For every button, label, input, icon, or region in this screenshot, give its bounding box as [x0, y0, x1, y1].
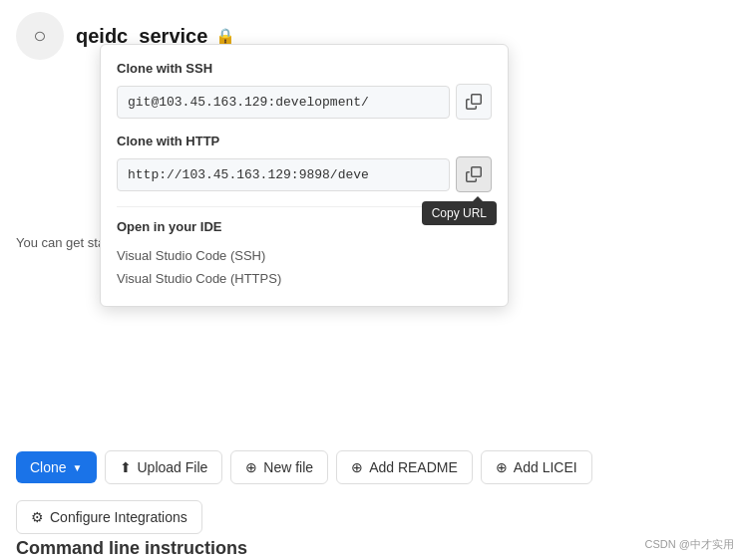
ide-vscode-ssh[interactable]: Visual Studio Code (SSH)	[117, 244, 492, 267]
gear-icon: ⚙	[31, 509, 44, 525]
clone-button[interactable]: Clone ▼	[16, 451, 97, 483]
upload-file-button[interactable]: ⬆ Upload File	[105, 450, 223, 484]
action-buttons-row1: Clone ▼ ⬆ Upload File ⊕ New file ⊕ Add R…	[16, 450, 592, 484]
upload-icon: ⬆	[120, 459, 132, 475]
add-license-button[interactable]: ⊕ Add LICEI	[481, 450, 592, 484]
upload-file-label: Upload File	[138, 459, 208, 475]
cmd-heading: Command line instructions	[16, 538, 247, 559]
add-readme-icon: ⊕	[351, 459, 363, 475]
new-file-icon: ⊕	[245, 459, 257, 475]
ide-label: Open in your IDE	[117, 219, 492, 234]
ssh-url-display: git@103.45.163.129:development/	[117, 86, 450, 119]
http-label: Clone with HTTP	[117, 134, 492, 148]
repo-avatar: ○	[16, 12, 64, 60]
ssh-input-row: git@103.45.163.129:development/	[117, 84, 492, 120]
http-url-display: http://103.45.163.129:9898/deve	[117, 158, 450, 191]
http-input-row: http://103.45.163.129:9898/deve Copy URL	[117, 156, 492, 192]
action-buttons-row2: ⚙ Configure Integrations	[16, 500, 202, 534]
ssh-label: Clone with SSH	[117, 61, 492, 76]
add-readme-button[interactable]: ⊕ Add README	[336, 450, 473, 484]
copy-http-button[interactable]: Copy URL	[456, 156, 492, 192]
copy-ssh-button[interactable]	[456, 84, 492, 120]
configure-label: Configure Integrations	[50, 509, 187, 525]
divider	[117, 206, 492, 207]
new-file-button[interactable]: ⊕ New file	[230, 450, 328, 484]
clone-panel: Clone with SSH git@103.45.163.129:develo…	[100, 44, 509, 307]
clone-chevron-icon: ▼	[73, 462, 83, 473]
page-wrapper: ○ qeidc_service 🔒 Clone with SSH git@103…	[0, 0, 742, 560]
lock-icon: 🔒	[215, 27, 235, 46]
add-readme-label: Add README	[369, 459, 458, 475]
new-file-label: New file	[263, 459, 313, 475]
clone-button-label: Clone	[30, 459, 67, 475]
watermark: CSDN @中才实用	[645, 537, 734, 552]
add-license-icon: ⊕	[496, 459, 508, 475]
add-license-label: Add LICEI	[514, 459, 577, 475]
configure-integrations-button[interactable]: ⚙ Configure Integrations	[16, 500, 202, 534]
ide-vscode-https[interactable]: Visual Studio Code (HTTPS)	[117, 267, 492, 290]
